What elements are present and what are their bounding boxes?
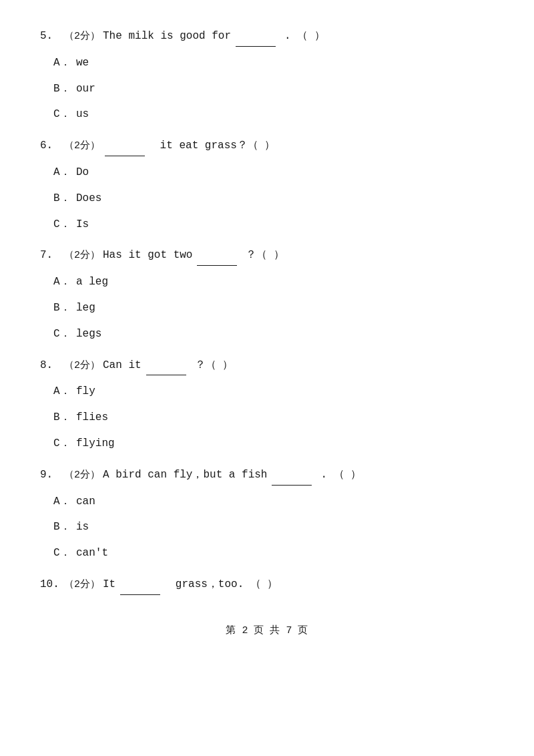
q9-c-text: can't bbox=[76, 544, 108, 563]
q8-number: 8. bbox=[40, 356, 61, 375]
q8-c-text: flying bbox=[76, 434, 115, 453]
q6-b-text: Does bbox=[76, 189, 101, 208]
question-9-line: 9. （2分） A bird can fly，but a fish . （ ） bbox=[40, 465, 494, 486]
q6-c-letter: C． bbox=[53, 215, 73, 234]
q8-a-letter: A． bbox=[53, 382, 73, 401]
q5-b-letter: B． bbox=[53, 79, 73, 99]
q5-text: The milk is good for bbox=[103, 27, 231, 46]
q5-points: （2分） bbox=[64, 27, 100, 45]
q6-option-a: A． Do bbox=[53, 163, 494, 182]
q8-option-a: A． fly bbox=[53, 382, 494, 401]
q5-b-text: our bbox=[76, 79, 95, 99]
question-7: 7. （2分） Has it got two ？（ ） A． a leg B． … bbox=[40, 246, 494, 343]
page-info: 第 2 页 共 7 页 bbox=[226, 625, 308, 636]
question-6: 6. （2分） it eat grass？（ ） A． Do B． Does C… bbox=[40, 136, 494, 234]
q9-text: A bird can fly，but a fish bbox=[103, 465, 267, 485]
question-10-line: 10. （2分） It grass，too. （ ） bbox=[40, 575, 494, 595]
q5-number: 5. bbox=[40, 27, 61, 46]
question-8: 8. （2分） Can it ？（ ） A． fly B． flies C． f… bbox=[40, 356, 494, 453]
q7-a-text: a leg bbox=[76, 272, 108, 292]
q7-option-c: C． legs bbox=[53, 325, 494, 344]
q5-bracket: . （ ） bbox=[284, 27, 325, 46]
q7-b-letter: B． bbox=[53, 299, 73, 318]
q6-b-letter: B． bbox=[53, 189, 73, 208]
q5-blank bbox=[236, 27, 276, 47]
q5-c-text: us bbox=[76, 105, 89, 124]
q6-blank bbox=[105, 136, 145, 156]
q6-a-text: Do bbox=[76, 163, 89, 182]
q6-points: （2分） bbox=[64, 137, 100, 155]
q7-number: 7. bbox=[40, 246, 61, 265]
q8-option-b: B． flies bbox=[53, 408, 494, 427]
q6-number: 6. bbox=[40, 136, 61, 156]
q7-points: （2分） bbox=[64, 246, 100, 264]
q10-number: 10. bbox=[40, 575, 61, 594]
q9-number: 9. bbox=[40, 465, 61, 485]
q10-bracket: grass，too. （ ） bbox=[169, 575, 278, 594]
q5-a-letter: A． bbox=[53, 53, 73, 73]
q5-a-text: we bbox=[76, 53, 89, 73]
q7-option-a: A． a leg bbox=[53, 272, 494, 292]
q9-option-a: A． can bbox=[53, 492, 494, 512]
q8-b-text: flies bbox=[76, 408, 108, 427]
q8-bracket: ？（ ） bbox=[195, 356, 234, 375]
q8-a-text: fly bbox=[76, 382, 95, 401]
q10-points: （2分） bbox=[64, 576, 100, 594]
q6-suffix: it eat grass？（ ） bbox=[154, 136, 275, 156]
question-6-line: 6. （2分） it eat grass？（ ） bbox=[40, 136, 494, 156]
q9-blank bbox=[272, 465, 312, 486]
q5-option-c: C． us bbox=[53, 105, 494, 124]
question-10: 10. （2分） It grass，too. （ ） bbox=[40, 575, 494, 595]
q8-blank bbox=[146, 356, 186, 376]
q7-c-text: legs bbox=[76, 325, 101, 344]
q7-text: Has it got two bbox=[103, 246, 192, 265]
q6-a-letter: A． bbox=[53, 163, 73, 182]
question-5-line: 5. （2分） The milk is good for . （ ） bbox=[40, 27, 494, 47]
q9-a-text: can bbox=[76, 492, 95, 512]
q7-b-text: leg bbox=[76, 299, 95, 318]
question-5: 5. （2分） The milk is good for . （ ） A． we… bbox=[40, 27, 494, 124]
q7-blank bbox=[197, 246, 237, 266]
q6-option-b: B． Does bbox=[53, 189, 494, 208]
q9-b-text: is bbox=[76, 518, 89, 537]
q6-c-text: Is bbox=[76, 215, 89, 234]
q5-c-letter: C． bbox=[53, 105, 73, 124]
q5-option-b: B． our bbox=[53, 79, 494, 99]
q9-option-b: B． is bbox=[53, 518, 494, 537]
q6-option-c: C． Is bbox=[53, 215, 494, 234]
q7-c-letter: C． bbox=[53, 325, 73, 344]
q9-bracket: . （ ） bbox=[320, 465, 361, 485]
q9-b-letter: B． bbox=[53, 518, 73, 537]
question-9: 9. （2分） A bird can fly，but a fish . （ ） … bbox=[40, 465, 494, 563]
q10-blank bbox=[120, 575, 160, 595]
q8-points: （2分） bbox=[64, 357, 100, 375]
q9-option-c: C． can't bbox=[53, 544, 494, 563]
question-8-line: 8. （2分） Can it ？（ ） bbox=[40, 356, 494, 376]
page-footer: 第 2 页 共 7 页 bbox=[40, 622, 494, 640]
q7-option-b: B． leg bbox=[53, 299, 494, 318]
q9-points: （2分） bbox=[64, 466, 100, 484]
q9-c-letter: C． bbox=[53, 544, 73, 563]
q10-text: It bbox=[103, 575, 115, 594]
question-7-line: 7. （2分） Has it got two ？（ ） bbox=[40, 246, 494, 266]
q9-a-letter: A． bbox=[53, 492, 73, 512]
q8-option-c: C． flying bbox=[53, 434, 494, 453]
q8-text: Can it bbox=[103, 356, 142, 375]
q5-option-a: A． we bbox=[53, 53, 494, 73]
q8-c-letter: C． bbox=[53, 434, 73, 453]
q7-bracket: ？（ ） bbox=[246, 246, 284, 265]
q7-a-letter: A． bbox=[53, 272, 73, 292]
q8-b-letter: B． bbox=[53, 408, 73, 427]
